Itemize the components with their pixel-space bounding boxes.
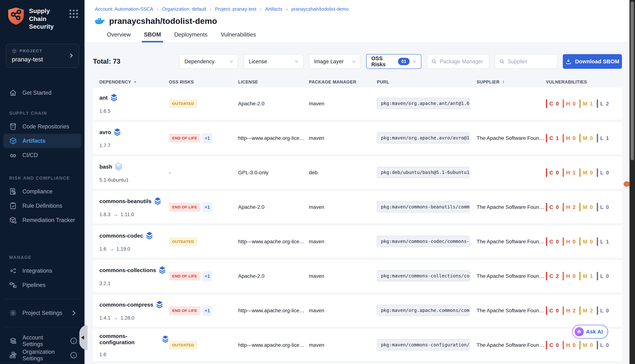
dependency-cell: commons-configuration1.6 — [99, 333, 169, 358]
oss-risk-more-badge[interactable]: +1 — [202, 202, 212, 212]
chevron-down-icon — [412, 59, 417, 64]
table-row[interactable]: commons-configuration1.6OUTDATEDhttp---w… — [93, 329, 622, 361]
table-row[interactable]: commons-beanutils1.8.3→1.11.0END OF LIFE… — [93, 191, 622, 223]
table-row[interactable]: commons-compress1.4.1→1.28.0END OF LIFE+… — [93, 294, 622, 327]
column-header-label: VULNERABILITIES — [546, 80, 587, 84]
project-name: pranay-test — [12, 56, 73, 63]
vuln-count-medium: M 0 — [579, 168, 597, 177]
sidebar-item-label: Organization Settings — [23, 348, 64, 362]
table-row[interactable]: commons-collections3.2.1END OF LIFE+1Apa… — [93, 260, 622, 292]
supplier-search-input[interactable] — [508, 58, 553, 64]
vuln-severity-bar — [563, 203, 564, 211]
vuln-count-label: H 2 — [566, 204, 576, 210]
vuln-severity-bar — [597, 272, 598, 280]
table-row[interactable]: commons-codec1.6→1.19.0OUTDATEDhttp---ww… — [93, 226, 622, 258]
tab-sbom[interactable]: SBOM — [144, 31, 161, 42]
filter-label: License — [249, 58, 267, 64]
supplier-search[interactable] — [495, 54, 557, 69]
breadcrumb-link[interactable]: Project: pranay-test — [215, 6, 256, 12]
sidebar-item-integrations[interactable]: Integrations — [0, 264, 85, 278]
sidebar-item-account-settings[interactable]: Account Settings — [0, 334, 85, 348]
license-filter-select[interactable]: License — [244, 54, 303, 69]
breadcrumb-link[interactable]: Organization: default — [162, 6, 206, 12]
dependency-version: 1.6→1.19.0 — [99, 246, 169, 252]
table-row[interactable]: bash5.1-6ubuntu1-GPL-3.0-onlydebpkg:deb/… — [93, 156, 622, 189]
package-manager-search-input[interactable] — [440, 58, 485, 64]
vuln-count-medium: M 1 — [579, 272, 597, 280]
sidebar-item-artifacts[interactable]: Artifacts — [3, 134, 81, 148]
oss-risks-cell: OUTDATED — [169, 237, 238, 246]
package-manager-search[interactable] — [427, 54, 489, 69]
sidebar-item-label: Account Settings — [23, 334, 64, 348]
tab-bar: OverviewSBOMDeploymentsVulnerabilities — [95, 31, 635, 42]
tab-vulnerabilities[interactable]: Vulnerabilities — [221, 31, 256, 42]
vuln-count-label: M 0 — [583, 170, 593, 176]
vuln-count-medium: M 0 — [579, 238, 597, 246]
app-switcher-grid-icon[interactable] — [69, 10, 78, 18]
column-header-dependency[interactable]: DEPENDENCY — [99, 80, 169, 84]
scrollbar-thumb[interactable] — [630, 2, 634, 160]
sidebar-item-compliance[interactable]: Compliance — [0, 184, 85, 199]
sort-icon[interactable] — [133, 80, 137, 84]
sidebar: Supply Chain Security PROJECT pranay-tes… — [0, 0, 85, 364]
edge-notification-dot — [623, 181, 630, 187]
toolbar: Total: 73 DependencyLicenseImage LayerOS… — [93, 54, 622, 69]
table-row[interactable]: avro1.7.7END OF LIFE+1http---www.apache.… — [93, 122, 622, 154]
sidebar-collapse-handle[interactable] — [79, 325, 87, 350]
vuln-count-label: M 0 — [583, 239, 593, 245]
tab-deployments[interactable]: Deployments — [174, 31, 207, 42]
vulnerabilities-cell: C 0H 0M 0L 0 — [546, 341, 622, 349]
vuln-severity-bar — [546, 100, 547, 108]
vuln-count-label: L 0 — [600, 342, 609, 348]
layers-icon — [110, 94, 118, 102]
chevron-down-icon — [294, 59, 299, 64]
breadcrumb-link[interactable]: pranaycshah/todolist-demo — [291, 6, 349, 12]
ask-ai-button[interactable]: Ask AI — [572, 325, 608, 339]
download-sbom-button[interactable]: Download SBOM — [563, 54, 622, 69]
sidebar-item-label: CI/CD — [23, 152, 38, 158]
dependency-cell: ant1.6.5 — [99, 94, 169, 114]
project-selector[interactable]: PROJECT pranay-test — [6, 44, 79, 68]
image-layer-filter-select[interactable]: Image Layer — [309, 54, 361, 69]
sidebar-item-remediation-tracker[interactable]: Remediation Tracker — [0, 213, 85, 227]
sidebar-item-pipelines[interactable]: Pipelines — [0, 278, 85, 292]
sidebar-item-get-started[interactable]: Get Started — [0, 86, 85, 100]
oss-risk-more-badge[interactable]: +1 — [202, 306, 212, 316]
sidebar-item-organization-settings[interactable]: Organization Settings — [0, 348, 85, 362]
breadcrumb-link[interactable]: Account: Automation-SSCA — [95, 6, 153, 12]
dependency-filter-select[interactable]: Dependency — [179, 54, 238, 69]
collapse-arrow-icon — [81, 336, 84, 340]
info-icon[interactable] — [70, 337, 78, 345]
vuln-count-label: H 0 — [566, 135, 576, 141]
vulnerabilities-cell: C 0H 0M 0L 1 — [546, 238, 622, 246]
tab-overview[interactable]: Overview — [107, 31, 131, 42]
purl-value: pkg:maven/org.apache.avro/avro@1… — [377, 132, 470, 144]
dependency-version: 5.1-6ubuntu1 — [99, 177, 169, 183]
column-header-label: PACKAGE MANAGER — [309, 80, 356, 84]
vuln-severity-bar — [597, 203, 598, 211]
vuln-count-low: L 1 — [597, 238, 613, 246]
info-icon[interactable] — [70, 351, 78, 359]
breadcrumb-link[interactable]: Artifacts — [265, 6, 282, 12]
vuln-severity-bar — [579, 272, 581, 280]
oss-risks-filter-select[interactable]: OSS Risks01 — [366, 54, 421, 69]
sidebar-item-ci-cd[interactable]: ∞CI/CD — [0, 148, 85, 162]
column-header-supplier[interactable]: SUPPLIER — [477, 80, 546, 84]
vulnerabilities-cell: C 0H 0M 1L 2 — [546, 100, 622, 108]
oss-risk-more-badge[interactable]: +1 — [202, 271, 212, 281]
oss-risk-more-badge[interactable]: +1 — [202, 133, 212, 143]
chevron-down-icon — [229, 59, 234, 64]
table-row[interactable]: ant1.6.5OUTDATEDApache-2.0mavenpkg:maven… — [93, 88, 622, 120]
sidebar-item-project-settings[interactable]: Project Settings — [0, 306, 85, 320]
supplier-cell: The Apache Software Foun… — [477, 308, 546, 314]
dependency-name-label: commons-codec — [99, 233, 143, 239]
scrollbar[interactable] — [629, 0, 635, 364]
sort-icon[interactable] — [501, 80, 505, 84]
vuln-count-label: H 0 — [566, 101, 576, 107]
total-count: Total: 73 — [93, 58, 179, 65]
sidebar-item-code-repositories[interactable]: </>Code Repositories — [0, 120, 85, 134]
vuln-severity-bar — [546, 341, 547, 349]
vuln-severity-bar — [597, 168, 598, 177]
vuln-count-label: M 2 — [583, 308, 593, 314]
sidebar-item-rule-definitions[interactable]: Rule Definitions — [0, 199, 85, 213]
